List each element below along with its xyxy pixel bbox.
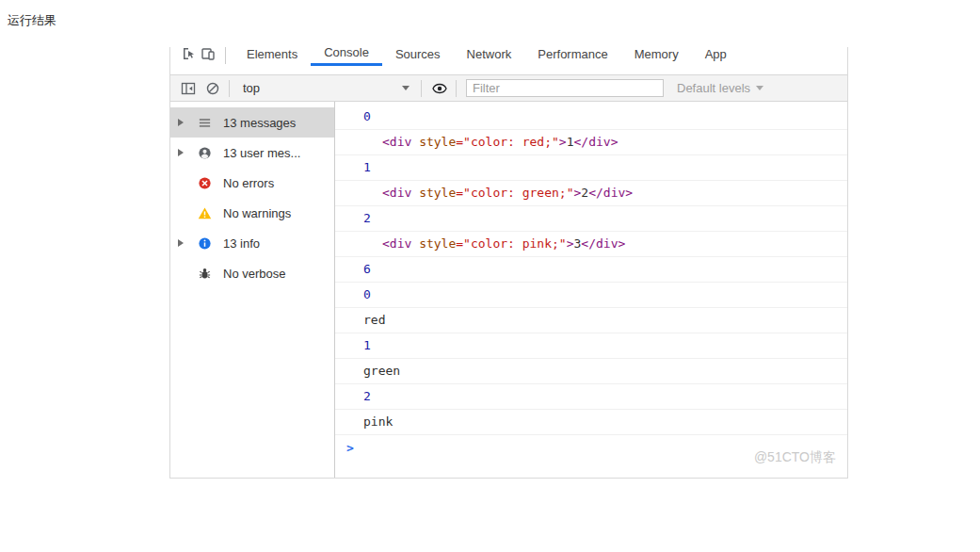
sidebar-item-label: 13 messages [223, 116, 296, 130]
console-row: <div style="color: pink;">3</div> [335, 232, 847, 257]
console-segment-number: 6 [363, 262, 371, 276]
tab-sources[interactable]: Sources [382, 47, 454, 66]
info-icon [197, 235, 212, 251]
console-row: 6 [335, 257, 847, 283]
tab-network[interactable]: Network [454, 47, 525, 66]
console-segment-text: 2 [581, 186, 588, 200]
console-segment-tag: </div> [581, 236, 625, 251]
console-messages: 0<div style="color: red;">1</div>1<div s… [335, 102, 847, 478]
tab-memory[interactable]: Memory [621, 47, 692, 66]
console-segment-tag: > [559, 135, 567, 149]
chevron-down-icon [756, 86, 763, 90]
log-levels-label: Default levels [677, 81, 750, 95]
console-row: green [335, 359, 847, 384]
sidebar-item-label: 13 info [223, 236, 260, 251]
console-sidebar-toggle-icon[interactable] [180, 80, 197, 97]
context-value: top [243, 81, 260, 95]
tabbar-separator [225, 47, 226, 64]
sidebar-item-warnings[interactable]: No warnings [170, 198, 334, 228]
toolbar-separator [229, 80, 230, 97]
live-expression-eye-icon[interactable] [431, 80, 448, 97]
watermark: @51CTO博客 [754, 449, 836, 466]
sidebar-item-label: No errors [223, 176, 274, 190]
console-segment-tag: <div [382, 186, 419, 200]
error-icon [197, 175, 212, 190]
sidebar-item-messages[interactable]: 13 messages [170, 107, 334, 138]
tab-performance[interactable]: Performance [524, 47, 620, 66]
console-segment-tag: > [567, 236, 574, 251]
sidebar-item-user-messages[interactable]: 13 user mes... [170, 138, 334, 168]
tab-app[interactable]: App [692, 47, 740, 66]
console-segment-attr: style [419, 236, 456, 251]
sidebar-item-label: 13 user mes... [223, 146, 300, 160]
console-row: red [335, 308, 847, 333]
console-segment-value: ="color: green;" [456, 186, 573, 200]
console-segment-number: 0 [363, 287, 371, 301]
toolbar-separator [456, 80, 457, 97]
console-segment-number: 0 [363, 109, 371, 123]
console-row: <div style="color: red;">1</div> [335, 130, 847, 155]
verbose-bug-icon [197, 266, 212, 281]
console-segment-tag: <div [382, 135, 419, 149]
console-segment-text: red [363, 313, 385, 327]
console-row: 2 [335, 206, 847, 232]
page-title: 运行结果 [8, 12, 56, 29]
chevron-down-icon [402, 86, 410, 90]
console-row: 1 [335, 333, 847, 359]
console-segment-text: green [363, 364, 400, 378]
clear-console-icon[interactable] [204, 80, 221, 97]
tab-bar: ElementsConsoleSourcesNetworkPerformance… [170, 47, 847, 74]
console-segment-tag: </div> [574, 135, 619, 149]
console-row: 0 [335, 283, 847, 308]
devtools-tabs: ElementsConsoleSourcesNetworkPerformance… [233, 47, 740, 66]
expand-triangle-icon[interactable] [178, 149, 184, 156]
device-toolbar-icon[interactable] [199, 47, 217, 66]
sidebar-item-label: No warnings [223, 206, 291, 220]
expand-triangle-icon[interactable] [178, 239, 184, 247]
tab-console[interactable]: Console [311, 47, 382, 66]
tab-elements[interactable]: Elements [233, 47, 311, 66]
filter-input[interactable] [466, 79, 664, 97]
console-segment-tag: <div [382, 236, 419, 251]
console-row: pink [335, 410, 847, 435]
javascript-context-select[interactable]: top [239, 81, 413, 95]
console-segment-number: 1 [363, 338, 371, 352]
sidebar-item-info[interactable]: 13 info [170, 228, 334, 258]
user-icon [197, 145, 212, 160]
console-toolbar: top Default levels [170, 74, 847, 102]
expand-triangle-icon[interactable] [178, 119, 184, 126]
console-segment-attr: style [419, 135, 456, 149]
console-segment-text: 1 [567, 135, 574, 149]
sidebar-item-verbose[interactable]: No verbose [170, 258, 334, 288]
console-row: 1 [335, 155, 847, 181]
sidebar-item-label: No verbose [223, 267, 285, 281]
console-rows: 0<div style="color: red;">1</div>1<div s… [335, 105, 847, 435]
sidebar-item-errors[interactable]: No errors [170, 168, 334, 198]
log-levels-dropdown[interactable]: Default levels [677, 81, 763, 95]
console-segment-tag: </div> [588, 186, 633, 200]
console-segment-value: ="color: pink;" [456, 236, 566, 251]
warning-icon [197, 205, 212, 220]
console-row: 0 [335, 105, 847, 130]
console-prompt-chevron-icon: > [346, 441, 354, 455]
console-row: 2 [335, 384, 847, 410]
console-segment-attr: style [419, 186, 456, 200]
console-segment-number: 2 [363, 389, 371, 403]
toolbar-separator [421, 80, 422, 97]
console-body: 13 messages13 user mes...No errorsNo war… [170, 102, 847, 478]
console-segment-text: pink [363, 414, 393, 429]
inspect-element-icon[interactable] [180, 47, 199, 66]
page: 运行结果 ElementsConsoleSourcesNetworkPerfor… [0, 0, 980, 552]
console-segment-value: ="color: red;" [456, 135, 559, 149]
console-segment-number: 2 [363, 211, 371, 225]
console-segment-number: 1 [363, 160, 371, 174]
devtools-panel: ElementsConsoleSourcesNetworkPerformance… [169, 47, 848, 479]
messages-list-icon [197, 115, 212, 130]
console-sidebar: 13 messages13 user mes...No errorsNo war… [170, 102, 335, 478]
console-row: <div style="color: green;">2</div> [335, 181, 847, 206]
